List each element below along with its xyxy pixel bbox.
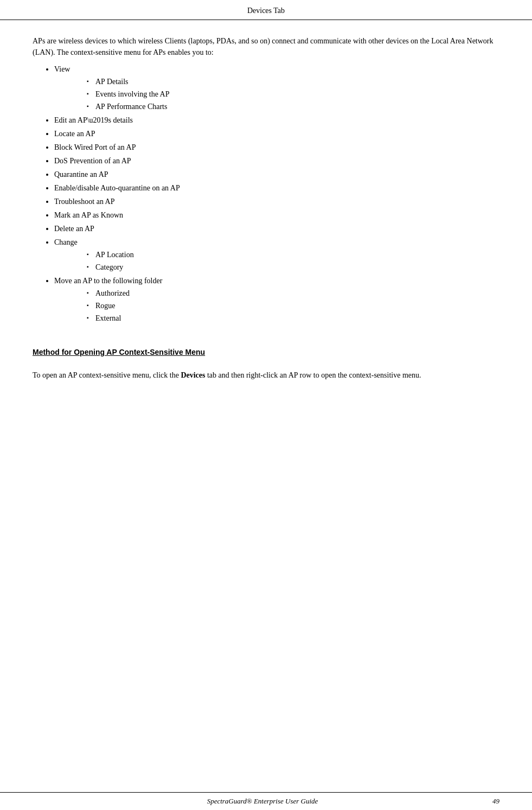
sub-list-view: AP Details Events involving the AP AP Pe…	[87, 76, 499, 112]
list-item-move-folder: Move an AP to the following folder Autho…	[54, 275, 499, 324]
page-header: Devices Tab	[0, 0, 532, 20]
list-item-events: Events involving the AP	[87, 88, 499, 100]
footer-page-number: 49	[492, 797, 499, 806]
sub-list-folder: Authorized Rogue External	[87, 288, 499, 324]
list-item-mark-known: Mark an AP as Known	[54, 209, 499, 221]
header-title: Devices Tab	[247, 7, 285, 15]
list-item-auto-quarantine: Enable/disable Auto-quarantine on an AP	[54, 182, 499, 194]
page-container: Devices Tab APs are wireless devices to …	[0, 0, 532, 810]
list-item-block-wired: Block Wired Port of an AP	[54, 142, 499, 153]
section-heading: Method for Opening AP Context-Sensitive …	[33, 348, 205, 356]
list-item-authorized: Authorized	[87, 288, 499, 299]
footer-center: SpectraGuard® Enterprise User Guide	[33, 797, 492, 806]
list-item-locate: Locate an AP	[54, 128, 499, 139]
list-item-external: External	[87, 312, 499, 324]
list-item-view-label: View	[54, 65, 70, 73]
main-bullet-list: View AP Details Events involving the AP …	[54, 63, 499, 324]
body-text-bold: Devices	[181, 371, 205, 379]
list-item-performance: AP Performance Charts	[87, 101, 499, 112]
section-heading-block: Method for Opening AP Context-Sensitive …	[33, 336, 499, 363]
list-item-ap-details: AP Details	[87, 76, 499, 87]
footer-text: SpectraGuard® Enterprise User Guide	[207, 797, 318, 805]
intro-paragraph: APs are wireless devices to which wirele…	[33, 35, 499, 58]
list-item-delete: Delete an AP	[54, 223, 499, 234]
list-item-rogue: Rogue	[87, 300, 499, 311]
body-paragraph: To open an AP context-sensitive menu, cl…	[33, 369, 499, 381]
list-item-quarantine: Quarantine an AP	[54, 169, 499, 180]
sub-list-change: AP Location Category	[87, 249, 499, 273]
list-item-dos: DoS Prevention of an AP	[54, 155, 499, 167]
list-item-ap-location: AP Location	[87, 249, 499, 260]
page-footer: SpectraGuard® Enterprise User Guide 49	[0, 792, 532, 810]
list-item-view: View AP Details Events involving the AP …	[54, 63, 499, 112]
list-item-category: Category	[87, 262, 499, 273]
list-item-change: Change AP Location Category	[54, 237, 499, 273]
list-item-troubleshoot: Troubleshoot an AP	[54, 196, 499, 207]
body-text-before: To open an AP context-sensitive menu, cl…	[33, 371, 181, 379]
page-content: APs are wireless devices to which wirele…	[0, 20, 532, 810]
body-text-after: tab and then right-click an AP row to op…	[205, 371, 421, 379]
list-item-edit: Edit an AP\u2019s details	[54, 114, 499, 126]
